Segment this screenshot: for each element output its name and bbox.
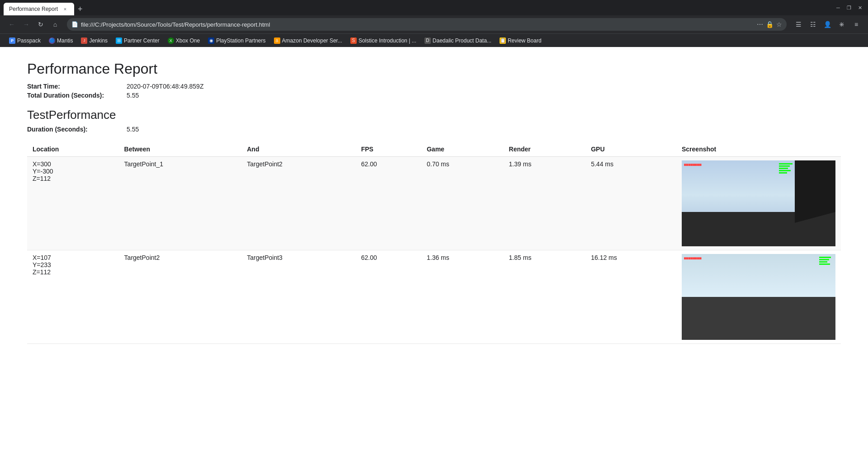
bookmark-playstation[interactable]: ◉ PlayStation Partners	[204, 36, 269, 45]
address-bar-actions: ⋯ 🔒 ☆	[757, 21, 782, 28]
extensions-icon[interactable]: ⛯	[835, 18, 848, 31]
tab-grid-icon[interactable]: ☷	[807, 18, 819, 31]
bookmark-label-passpack: Passpack	[17, 38, 41, 44]
home-button[interactable]: ⌂	[49, 18, 61, 31]
bookmarks-bar: P Passpack 🔵 Mantis J Jenkins ⊞ Partner …	[0, 33, 868, 47]
row2-location-z: Z=112	[33, 268, 113, 276]
bookmark-passpack[interactable]: P Passpack	[5, 36, 44, 45]
row1-location-z: Z=112	[33, 175, 113, 182]
bookmark-amazon[interactable]: a Amazon Developer Ser...	[270, 36, 346, 45]
bookmark-label-partner: Partner Center	[124, 38, 160, 44]
review-favicon: 📋	[500, 38, 506, 44]
row1-fps: 62.00	[356, 157, 421, 250]
bookmark-jenkins[interactable]: J Jenkins	[77, 36, 111, 45]
screenshot-1: ■■■■■■■■	[682, 160, 835, 246]
row1-screenshot: ■■■■■■■■	[676, 157, 841, 250]
row1-location-x: X=300	[33, 160, 113, 168]
partner-favicon: ⊞	[116, 38, 122, 44]
performance-table: Location Between And FPS Game Render GPU…	[27, 142, 841, 344]
row2-location-y: Y=233	[33, 261, 113, 268]
col-header-and: And	[241, 142, 355, 157]
grid-pattern	[682, 297, 835, 340]
start-time-label: Start Time:	[27, 83, 127, 90]
row1-and: TargetPoint2	[241, 157, 355, 250]
profile-icon[interactable]: 👤	[821, 18, 834, 31]
game-scene-1: ■■■■■■■■	[682, 160, 835, 246]
hud-bar-3	[779, 168, 788, 169]
bookmark-label-playstation: PlayStation Partners	[216, 38, 265, 44]
xbox-favicon: X	[168, 38, 174, 44]
bookmark-label-amazon: Amazon Developer Ser...	[282, 38, 342, 44]
collections-icon[interactable]: ☰	[792, 18, 805, 31]
tab-close-button[interactable]: ×	[61, 5, 69, 13]
bookmark-solstice[interactable]: S Solstice Introduction | ...	[347, 36, 420, 45]
hud-bar-6	[819, 257, 831, 258]
more-options-icon[interactable]: ⋯	[757, 21, 763, 28]
new-tab-button[interactable]: +	[74, 3, 86, 15]
total-duration-row: Total Duration (Seconds): 5.55	[27, 92, 841, 99]
playstation-favicon: ◉	[208, 38, 214, 44]
passpack-favicon: P	[9, 38, 15, 44]
bookmark-label-jenkins: Jenkins	[89, 38, 108, 44]
col-header-render: Render	[504, 142, 586, 157]
browser-window: Performance Report × + ─ ❐ ✕ ← → ↻ ⌂ 📄 f…	[0, 0, 868, 470]
nav-extras: ☰ ☷ 👤 ⛯ ≡	[792, 18, 863, 31]
close-button[interactable]: ✕	[855, 3, 864, 12]
shield-icon[interactable]: 🔒	[766, 21, 774, 28]
table-row: X=107 Y=233 Z=112 TargetPoint2 TargetPoi…	[27, 250, 841, 344]
row2-render: 1.85 ms	[504, 250, 586, 344]
bookmark-label-solstice: Solstice Introduction | ...	[359, 38, 416, 44]
jenkins-favicon: J	[81, 38, 87, 44]
bookmark-partner[interactable]: ⊞ Partner Center	[112, 36, 163, 45]
bookmark-daedalic[interactable]: D Daedalic Product Data...	[421, 36, 495, 45]
col-header-gpu: GPU	[585, 142, 676, 157]
tab-area: Performance Report × +	[4, 0, 830, 15]
hud-bar-4	[779, 170, 791, 171]
meta-info: Start Time: 2020-07-09T06:48:49.859Z Tot…	[27, 83, 841, 99]
section-duration-row: Duration (Seconds): 5.55	[27, 126, 841, 133]
row2-between: TargetPoint2	[119, 250, 242, 344]
forward-button[interactable]: →	[20, 18, 33, 31]
table-row: X=300 Y=-300 Z=112 TargetPoint_1 TargetP…	[27, 157, 841, 250]
bookmark-xbox[interactable]: X Xbox One	[164, 36, 203, 45]
daedalic-favicon: D	[425, 38, 431, 44]
reload-button[interactable]: ↻	[34, 18, 47, 31]
bookmark-label-mantis: Mantis	[57, 38, 73, 44]
page-content: Performance Report Start Time: 2020-07-0…	[0, 47, 868, 470]
hud-overlay-2	[819, 257, 831, 265]
table-header-row: Location Between And FPS Game Render GPU…	[27, 142, 841, 157]
hud-bar-8	[819, 261, 827, 263]
section-title: TestPerformance	[27, 108, 841, 122]
window-controls: ─ ❐ ✕	[834, 3, 864, 12]
star-icon[interactable]: ☆	[776, 21, 782, 28]
active-tab[interactable]: Performance Report ×	[4, 3, 74, 15]
navigation-bar: ← → ↻ ⌂ 📄 file:///C:/Projects/tom/Source…	[0, 15, 868, 33]
start-time-row: Start Time: 2020-07-09T06:48:49.859Z	[27, 83, 841, 90]
minimize-button[interactable]: ─	[834, 3, 843, 12]
row2-location-x: X=107	[33, 254, 113, 261]
row1-game: 0.70 ms	[421, 157, 504, 250]
back-button[interactable]: ←	[5, 18, 18, 31]
game-scene-2: ■■■■■■■■	[682, 254, 835, 340]
bookmark-review[interactable]: 📋 Review Board	[496, 36, 545, 45]
hud-bar-9	[819, 263, 830, 265]
bookmark-label-review: Review Board	[508, 38, 542, 44]
section-duration-label: Duration (Seconds):	[27, 126, 127, 133]
screenshot-2: ■■■■■■■■	[682, 254, 835, 340]
row1-location-y: Y=-300	[33, 168, 113, 175]
browser-menu-icon[interactable]: ≡	[850, 18, 863, 31]
bookmark-mantis[interactable]: 🔵 Mantis	[45, 36, 76, 45]
maximize-button[interactable]: ❐	[844, 3, 854, 12]
row2-and: TargetPoint3	[241, 250, 355, 344]
address-bar[interactable]: 📄 file:///C:/Projects/tom/Source/Tools/T…	[67, 18, 787, 31]
hud-bar-2	[779, 165, 790, 167]
row2-location: X=107 Y=233 Z=112	[27, 250, 119, 344]
hud-bar-1	[779, 163, 793, 164]
row2-screenshot: ■■■■■■■■	[676, 250, 841, 344]
row1-between: TargetPoint_1	[119, 157, 242, 250]
row2-gpu: 16.12 ms	[585, 250, 676, 344]
hud-text-2: ■■■■■■■■	[684, 256, 702, 260]
hud-overlay-1	[779, 163, 793, 174]
hud-bar-5	[779, 172, 787, 174]
row1-render: 1.39 ms	[504, 157, 586, 250]
